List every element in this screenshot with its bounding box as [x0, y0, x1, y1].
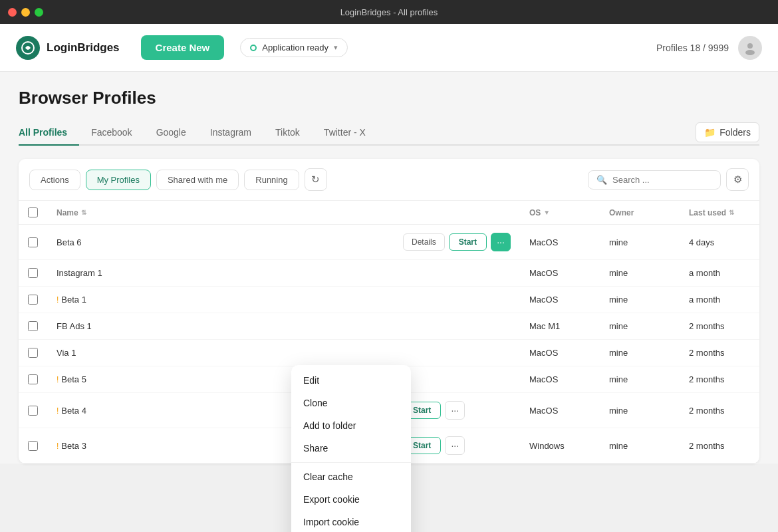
tabs-bar: All Profiles Facebook Google Instagram T…: [19, 120, 759, 146]
row-name: Instagram 1: [47, 260, 394, 287]
row-last-used: 2 months: [680, 393, 759, 428]
menu-item-export-cookie[interactable]: Export cookie: [291, 488, 411, 511]
shared-with-me-button[interactable]: Shared with me: [156, 170, 239, 190]
os-header[interactable]: OS ▼: [529, 208, 590, 217]
last-used-header[interactable]: Last used ⇅: [689, 208, 750, 217]
folders-button[interactable]: 📁 Folders: [696, 122, 759, 142]
tab-google[interactable]: Google: [144, 120, 198, 146]
name-header[interactable]: Name ⇅: [57, 208, 384, 217]
context-menu: EditCloneAdd to folderShareClear cacheEx…: [291, 365, 411, 532]
menu-item-import-cookie[interactable]: Import cookie: [291, 511, 411, 532]
table-row: !Beta 1MacOSminea month: [19, 287, 759, 313]
window-title: LoginBridges - All profiles: [340, 7, 438, 17]
row-os: MacOS: [520, 287, 600, 313]
tab-instagram[interactable]: Instagram: [198, 120, 263, 146]
row-checkbox[interactable]: [28, 268, 38, 278]
row-checkbox[interactable]: [28, 374, 38, 384]
table-settings-button[interactable]: ⚙: [726, 168, 749, 191]
row-name: Beta 6: [47, 225, 394, 260]
logo-icon: [16, 36, 40, 60]
refresh-button[interactable]: ↻: [305, 168, 327, 191]
tab-tiktok[interactable]: Tiktok: [263, 120, 312, 146]
main-content: Browser Profiles All Profiles Facebook G…: [0, 72, 778, 464]
row-last-used: 2 months: [680, 366, 759, 393]
row-last-used: 2 months: [680, 340, 759, 366]
row-os: MacOS: [520, 393, 600, 428]
row-last-used: 2 months: [680, 313, 759, 340]
warning-icon: !: [57, 406, 59, 416]
os-filter-icon: ▼: [543, 209, 550, 216]
menu-item-add-to-folder[interactable]: Add to folder: [291, 414, 411, 437]
row-checkbox[interactable]: [28, 237, 38, 247]
my-profiles-button[interactable]: My Profiles: [86, 170, 151, 190]
row-owner: mine: [600, 225, 680, 260]
name-sort-icon: ⇅: [81, 209, 86, 216]
more-options-button[interactable]: ···: [445, 436, 465, 455]
actions-button[interactable]: Actions: [29, 170, 80, 190]
row-name: !Beta 1: [47, 287, 394, 313]
row-os: MacOS: [520, 225, 600, 260]
row-action-buttons: Start ···: [403, 436, 511, 455]
row-action-buttons: Start ···: [403, 401, 511, 420]
close-button[interactable]: [8, 8, 17, 17]
table-row: FB Ads 1Mac M1mine2 months: [19, 313, 759, 340]
row-owner: mine: [600, 428, 680, 464]
svg-point-2: [745, 50, 755, 55]
tab-all-profiles[interactable]: All Profiles: [19, 120, 79, 146]
header-right: Profiles 18 / 9999: [656, 36, 762, 60]
table-row: Via 1MacOSmine2 months: [19, 340, 759, 366]
row-os: Windows: [520, 428, 600, 464]
app-status-button[interactable]: Application ready ▾: [240, 38, 348, 57]
tab-twitter[interactable]: Twitter - X: [312, 120, 378, 146]
row-name: Via 1: [47, 340, 394, 366]
row-last-used: 4 days: [680, 225, 759, 260]
search-input[interactable]: [612, 175, 712, 185]
search-box: 🔍: [588, 170, 721, 190]
row-os: Mac M1: [520, 313, 600, 340]
row-checkbox[interactable]: [28, 348, 38, 358]
row-last-used: a month: [680, 260, 759, 287]
table-toolbar: Actions My Profiles Shared with me Runni…: [19, 159, 759, 201]
create-new-button[interactable]: Create New: [141, 35, 225, 60]
running-button[interactable]: Running: [244, 170, 299, 190]
menu-item-clone[interactable]: Clone: [291, 392, 411, 414]
warning-icon: !: [57, 442, 59, 451]
user-avatar[interactable]: [738, 36, 762, 60]
start-button[interactable]: Start: [449, 233, 487, 251]
status-label: Application ready: [262, 43, 328, 53]
logo-text: LoginBridges: [47, 41, 120, 55]
warning-icon: !: [57, 375, 59, 384]
status-indicator: [250, 45, 257, 51]
row-os: MacOS: [520, 260, 600, 287]
row-checkbox[interactable]: [28, 295, 38, 305]
menu-item-clear-cache[interactable]: Clear cache: [291, 466, 411, 488]
more-options-button[interactable]: ···: [491, 233, 511, 251]
traffic-lights: [8, 8, 43, 17]
row-owner: mine: [600, 340, 680, 366]
row-last-used: 2 months: [680, 428, 759, 464]
row-last-used: a month: [680, 287, 759, 313]
maximize-button[interactable]: [35, 8, 43, 17]
table-area: Actions My Profiles Shared with me Runni…: [19, 159, 759, 464]
status-chevron-icon: ▾: [334, 43, 338, 52]
owner-header: Owner: [609, 208, 634, 217]
more-options-button[interactable]: ···: [445, 401, 465, 420]
menu-item-edit[interactable]: Edit: [291, 369, 411, 392]
table-row: Beta 6 Details Start ··· MacOSmine4 days: [19, 225, 759, 260]
row-checkbox[interactable]: [28, 441, 38, 451]
folder-icon: 📁: [704, 127, 715, 138]
row-owner: mine: [600, 366, 680, 393]
search-icon: 🔍: [596, 175, 607, 185]
row-owner: mine: [600, 393, 680, 428]
minimize-button[interactable]: [21, 8, 30, 17]
menu-item-share[interactable]: Share: [291, 437, 411, 460]
row-checkbox[interactable]: [28, 406, 38, 416]
select-all-checkbox[interactable]: [28, 207, 38, 217]
tab-facebook[interactable]: Facebook: [79, 120, 144, 146]
details-button[interactable]: Details: [403, 233, 445, 251]
row-checkbox[interactable]: [28, 321, 38, 331]
row-name: FB Ads 1: [47, 313, 394, 340]
last-used-sort-icon: ⇅: [729, 209, 734, 216]
svg-point-1: [747, 43, 753, 49]
row-os: MacOS: [520, 340, 600, 366]
